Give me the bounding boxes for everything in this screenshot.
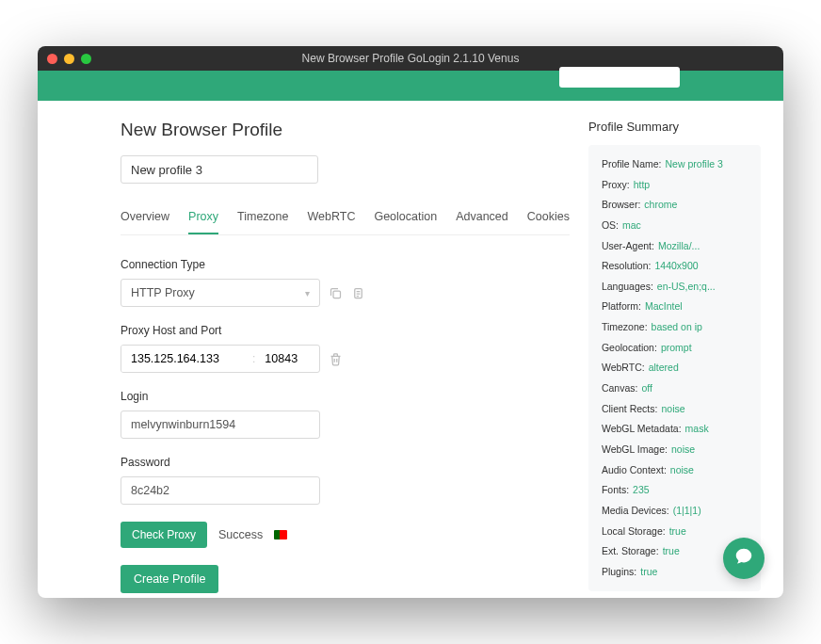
summary-key: Proxy: [602,179,630,192]
summary-key: Browser: [602,199,640,212]
summary-key: Geolocation: [602,342,657,355]
summary-value: MacIntel [645,300,683,314]
password-label: Password [121,456,570,469]
proxy-login-input[interactable] [121,411,320,439]
svg-rect-0 [333,291,341,298]
top-header [38,71,783,101]
summary-key: Resolution: [602,260,652,273]
check-proxy-button[interactable]: Check Proxy [121,522,207,548]
main-panel: New Browser Profile Overview Proxy Timez… [38,120,588,598]
summary-value: (1|1|1) [673,505,701,518]
maximize-window-button[interactable] [81,54,91,64]
window-title: New Browser Profile GoLogin 2.1.10 Venus [38,52,783,65]
summary-key: WebGL Image: [602,443,668,457]
connection-type-select[interactable]: HTTP Proxy ▾ [121,279,320,307]
summary-value: noise [671,443,695,457]
proxy-port-input[interactable] [259,346,311,372]
summary-row: User-Agent:Mozilla/... [602,240,748,253]
summary-box: Profile Name:New profile 3Proxy:httpBrow… [588,145,761,591]
summary-value: prompt [661,342,692,355]
summary-key: WebRTC: [602,362,645,375]
summary-row: Client Rects:noise [602,403,748,416]
summary-value: noise [670,464,694,477]
summary-key: Ext. Storage: [602,545,659,558]
summary-sidebar: Profile Summary Profile Name:New profile… [588,120,783,598]
summary-key: Audio Context: [602,464,667,477]
host-port-separator: : [249,352,259,365]
summary-value: noise [661,403,684,416]
summary-row: Proxy:http [602,179,748,192]
summary-row: WebGL Metadata:mask [602,423,748,436]
summary-value: Mozilla/... [658,240,700,253]
tab-geolocation[interactable]: Geolocation [374,210,437,234]
summary-row: Audio Context:noise [602,464,748,477]
proxy-host-input[interactable] [121,346,249,372]
summary-key: Fonts: [602,484,629,497]
summary-key: User-Agent: [602,240,654,253]
summary-value: http [634,179,651,192]
tab-cookies[interactable]: Cookies [527,210,570,234]
summary-row: WebRTC:altered [602,362,748,375]
summary-row: OS:mac [602,219,748,233]
summary-row: Languages:en-US,en;q... [602,281,748,294]
profile-name-input[interactable] [121,155,318,184]
host-port-label: Proxy Host and Port [121,324,570,337]
summary-value: off [641,382,652,395]
summary-row: Platform:MacIntel [602,300,748,314]
summary-row: Browser:chrome [602,199,748,212]
summary-key: Platform: [602,300,641,314]
window-controls [47,54,91,64]
host-port-group: : [121,345,320,373]
summary-row: WebGL Image:noise [602,443,748,457]
summary-key: Canvas: [602,382,638,395]
summary-value: true [640,566,657,579]
summary-row: Profile Name:New profile 3 [602,158,748,171]
paste-proxy-icon[interactable] [350,285,365,300]
content-area: New Browser Profile Overview Proxy Timez… [38,101,783,598]
summary-row: Resolution:1440x900 [602,260,748,273]
summary-key: Media Devices: [602,505,669,518]
summary-value: mask [685,423,709,436]
proxy-status-text: Success [218,528,263,541]
summary-title: Profile Summary [588,120,761,134]
summary-row: Local Storage:true [602,525,748,539]
summary-key: Client Rects: [602,403,658,416]
delete-proxy-icon[interactable] [328,351,343,366]
summary-value: based on ip [652,321,702,334]
summary-key: WebGL Metadata: [602,423,682,436]
summary-value: true [663,545,680,558]
summary-row: Timezone:based on ip [602,321,748,334]
page-title: New Browser Profile [121,120,570,140]
connection-type-value: HTTP Proxy [131,286,195,299]
header-search-box[interactable] [559,67,680,88]
tab-overview[interactable]: Overview [121,210,169,234]
summary-value: New profile 3 [666,158,723,171]
tab-timezone[interactable]: Timezone [237,210,288,234]
close-window-button[interactable] [47,54,57,64]
login-label: Login [121,390,570,403]
app-window: New Browser Profile GoLogin 2.1.10 Venus… [38,46,783,598]
create-profile-button[interactable]: Create Profile [121,565,218,593]
minimize-window-button[interactable] [64,54,74,64]
tab-advanced[interactable]: Advanced [456,210,508,234]
country-flag-icon [274,530,287,539]
summary-key: Plugins: [602,566,636,579]
summary-row: Canvas:off [602,382,748,395]
tab-webrtc[interactable]: WebRTC [307,210,355,234]
summary-key: OS: [602,219,619,233]
summary-key: Local Storage: [602,525,666,539]
summary-key: Timezone: [602,321,648,334]
tab-proxy[interactable]: Proxy [188,210,218,234]
summary-value: altered [649,362,679,375]
copy-proxy-icon[interactable] [328,285,343,300]
chat-fab-button[interactable] [723,538,765,579]
summary-row: Geolocation:prompt [602,342,748,355]
summary-row: Media Devices:(1|1|1) [602,505,748,518]
summary-value: true [669,525,686,539]
chevron-down-icon: ▾ [305,288,310,298]
proxy-password-input[interactable] [121,476,320,505]
tabs: Overview Proxy Timezone WebRTC Geolocati… [121,210,570,235]
chat-icon [733,546,754,571]
summary-value: chrome [644,199,677,212]
summary-key: Profile Name: [602,158,662,171]
